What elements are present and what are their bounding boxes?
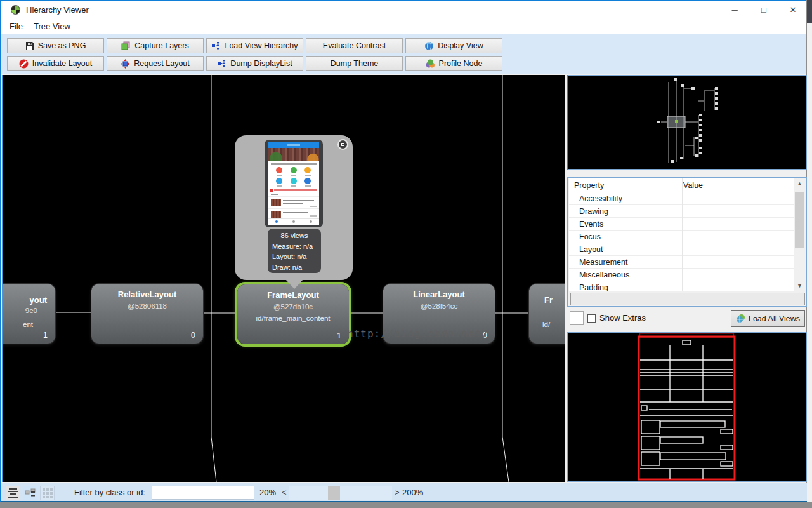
view-mode-list-button[interactable]	[6, 486, 20, 500]
save-as-png-button[interactable]: Save as PNG	[7, 38, 104, 53]
property-table[interactable]: Property Value Accessibility Drawing Eve…	[569, 178, 794, 291]
list-lines-icon	[6, 488, 20, 498]
minimap-selected-node	[675, 120, 678, 123]
node-address: @527db10c	[237, 303, 349, 311]
load-view-hierarchy-button[interactable]: Load View Hierarchy	[206, 38, 303, 53]
tree-node-framelayout-selected[interactable]: FrameLayout @527db10c id/frame_main_cont…	[237, 284, 349, 344]
node-address: 9e0	[25, 307, 37, 314]
tree-overview-minimap[interactable]	[567, 75, 807, 170]
capture-layers-button[interactable]: Capture Layers	[107, 38, 204, 53]
request-layout-icon	[121, 59, 130, 69]
close-button[interactable]: ✕	[782, 3, 804, 17]
app-screenshot	[268, 142, 319, 225]
filter-label: Filter by class or id:	[74, 488, 145, 497]
property-name: Accessibility	[579, 192, 622, 205]
button-label: Profile Node	[439, 59, 483, 68]
desktop-bottom-edge	[0, 502, 812, 508]
globe-icon	[424, 41, 434, 51]
show-extras-checkbox[interactable]	[587, 314, 596, 323]
preview-toggle-button[interactable]	[337, 139, 348, 150]
node-child-count: 0	[191, 331, 195, 340]
zoom-slider-thumb[interactable]	[328, 486, 340, 500]
node-address: @528f54cc	[383, 302, 495, 310]
filter-input[interactable]	[152, 486, 254, 500]
dump-theme-button[interactable]: Dump Theme	[306, 56, 403, 71]
column-divider	[682, 178, 683, 291]
property-panel: Property Value Accessibility Drawing Eve…	[567, 177, 807, 307]
layout-wireframe-view[interactable]	[567, 332, 807, 482]
value-column-header: Value	[683, 178, 703, 192]
request-layout-button[interactable]: Request Layout	[107, 56, 204, 71]
zoom-slider-track[interactable]	[289, 486, 392, 500]
zoom-in-chevron[interactable]: >	[395, 488, 400, 497]
property-name: Measurement	[579, 256, 627, 269]
profile-icon	[426, 59, 435, 69]
dump-displaylist-button[interactable]: Dump DisplayList	[206, 56, 303, 71]
tree-node-partial-left[interactable]: yout 9e0 ent 1	[2, 284, 55, 344]
invalidate-icon	[19, 59, 29, 69]
view-mode-tree-button-selected[interactable]	[23, 486, 37, 500]
load-all-views-button[interactable]: Load All Views	[731, 310, 805, 327]
thumb-section-label	[271, 194, 278, 195]
maximize-button[interactable]: □	[753, 3, 775, 17]
status-bar: Filter by class or id: 20% < > 200%	[1, 483, 807, 503]
display-view-button[interactable]: Display View	[405, 38, 502, 53]
menu-tree-view[interactable]: Tree View	[34, 22, 70, 31]
desktop-edge	[807, 0, 812, 502]
property-filter-input[interactable]	[570, 293, 805, 305]
profile-node-button[interactable]: Profile Node	[405, 56, 502, 71]
wireframe-drawing	[568, 333, 805, 481]
property-name: Focus	[579, 231, 601, 243]
layout-time: Layout: n/a	[272, 251, 321, 262]
menu-file[interactable]: File	[10, 22, 23, 31]
button-label: Display View	[438, 41, 483, 50]
button-label: Load View Hierarchy	[225, 41, 298, 50]
button-label: Save as PNG	[38, 41, 86, 50]
zoom-out-chevron[interactable]: <	[282, 488, 287, 497]
scroll-down-icon[interactable]: ▼	[794, 283, 805, 289]
tree-node-partial-right[interactable]: Fr id/	[529, 284, 565, 344]
scrollbar-thumb[interactable]	[795, 192, 804, 248]
button-label: Dump DisplayList	[230, 59, 292, 68]
evaluate-contrast-button[interactable]: Evaluate Contrast	[306, 38, 403, 53]
color-swatch	[570, 311, 584, 325]
minimap-tree	[568, 76, 806, 168]
node-id: id/frame_main_content	[237, 314, 349, 322]
thumb-notice-line	[270, 189, 317, 192]
tree-icon	[217, 59, 226, 68]
hierarchy-viewer-app: Hierarchy Viewer ─ □ ✕ File Tree View Sa…	[0, 0, 812, 508]
table-scrollbar[interactable]: ▲ ▼	[794, 178, 805, 291]
button-label: Capture Layers	[134, 41, 188, 50]
node-title: LinearLayout	[383, 290, 495, 299]
zoom-min-label: 20%	[259, 488, 276, 497]
invalidate-layout-button[interactable]: Invalidate Layout	[7, 56, 104, 71]
minimize-button[interactable]: ─	[724, 3, 745, 17]
thumb-icon-grid	[268, 165, 319, 188]
node-child-count: 1	[43, 331, 48, 340]
thumb-list-item	[268, 208, 319, 218]
draw-time: Draw: n/a	[272, 262, 321, 273]
thumb-photo-banner	[268, 148, 319, 161]
property-name: Layout	[579, 243, 603, 256]
tree-node-relativelayout[interactable]: RelativeLayout @52806118 0	[91, 284, 203, 344]
views-count: 86 views	[272, 231, 321, 241]
button-label: Dump Theme	[331, 59, 379, 68]
node-title: yout	[30, 295, 47, 305]
tooltip-tail	[285, 279, 303, 289]
view-mode-grid-button-disabled	[40, 486, 55, 500]
app-window: Hierarchy Viewer ─ □ ✕ File Tree View Sa…	[0, 0, 806, 502]
button-label: Load All Views	[749, 314, 800, 323]
property-name: Padding	[579, 281, 608, 291]
node-preview-tooltip: 86 views Measure: n/a Layout: n/a Draw: …	[235, 135, 353, 280]
node-title: Fr	[544, 295, 553, 305]
tree-canvas[interactable]: yout 9e0 ent 1 RelativeLayout @52806118 …	[2, 75, 565, 482]
window-title: Hierarchy Viewer	[26, 5, 89, 15]
selected-bounds-outline	[639, 337, 735, 479]
thumb-bottom-nav	[268, 218, 319, 225]
app-icon	[11, 5, 20, 15]
node-id: ent	[23, 321, 33, 328]
property-name: Drawing	[579, 205, 608, 218]
node-address: @52806118	[91, 302, 203, 310]
toolbar: Save as PNG Capture Layers Load View Hie…	[1, 34, 806, 74]
scroll-up-icon[interactable]: ▲	[794, 180, 805, 187]
